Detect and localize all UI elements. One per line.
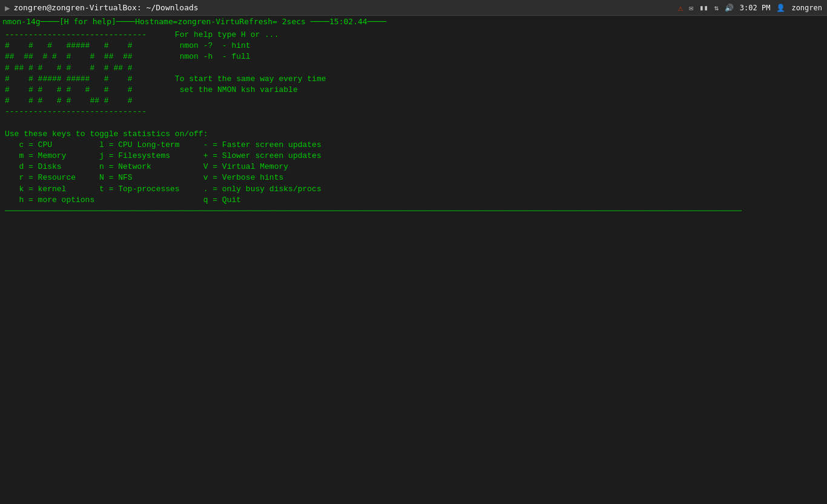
titlebar-right: ⚠ ✉ ▮▮ ⇅ 🔊 3:02 PM 👤 zongren	[677, 3, 822, 13]
email-icon[interactable]: ✉	[689, 4, 693, 12]
alert-icon: ⚠	[677, 3, 682, 13]
terminal-icon: ▶	[5, 3, 10, 13]
titlebar-left: ▶ zongren@zongren-VirtualBox: ~/Download…	[5, 3, 199, 13]
window-title: zongren@zongren-VirtualBox: ~/Downloads	[13, 3, 198, 12]
titlebar: ▶ zongren@zongren-VirtualBox: ~/Download…	[0, 0, 827, 16]
network-arrows-icon: ⇅	[714, 4, 719, 12]
terminal-content[interactable]: ------------------------------ For help …	[0, 27, 827, 219]
volume-icon: 🔊	[725, 4, 734, 12]
terminal-window[interactable]: nmon-14g────[H for help]────Hostname=zon…	[0, 16, 827, 504]
username: zongren	[791, 4, 822, 12]
battery-icon: ▮▮	[699, 4, 708, 12]
nmon-status-bar: nmon-14g────[H for help]────Hostname=zon…	[0, 16, 827, 27]
user-icon: 👤	[776, 4, 785, 12]
clock: 3:02 PM	[740, 4, 771, 12]
